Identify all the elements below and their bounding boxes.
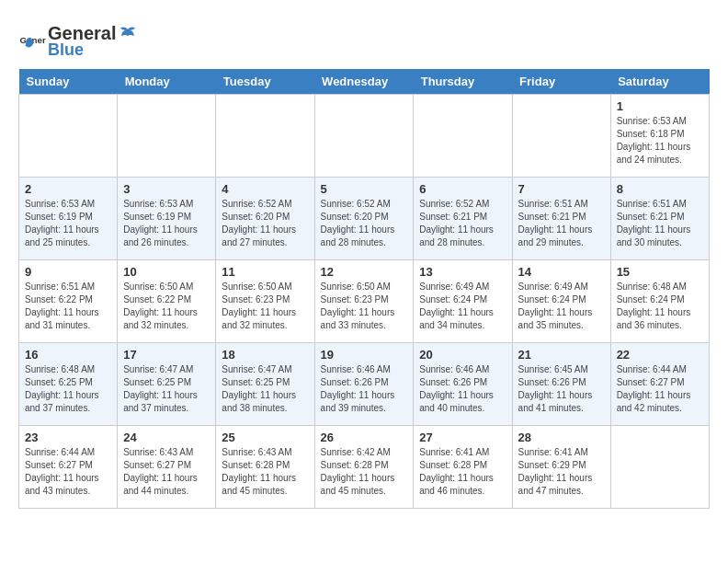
calendar-cell: [610, 426, 709, 509]
th-saturday: Saturday: [610, 69, 709, 95]
day-info: Sunrise: 6:50 AM Sunset: 6:22 PM Dayligh…: [123, 281, 210, 332]
day-number: 8: [617, 182, 703, 196]
day-number: 26: [321, 431, 408, 444]
day-info: Sunrise: 6:48 AM Sunset: 6:25 PM Dayligh…: [25, 363, 111, 415]
calendar-cell: 25Sunrise: 6:43 AM Sunset: 6:28 PM Dayli…: [216, 426, 314, 509]
day-number: 6: [419, 182, 506, 196]
day-info: Sunrise: 6:41 AM Sunset: 6:28 PM Dayligh…: [419, 446, 506, 498]
day-info: Sunrise: 6:53 AM Sunset: 6:18 PM Dayligh…: [617, 115, 703, 167]
calendar-cell: 14Sunrise: 6:49 AM Sunset: 6:24 PM Dayli…: [512, 260, 610, 343]
header-row: Sunday Monday Tuesday Wednesday Thursday…: [19, 69, 710, 95]
day-info: Sunrise: 6:51 AM Sunset: 6:21 PM Dayligh…: [518, 198, 605, 249]
day-info: Sunrise: 6:42 AM Sunset: 6:28 PM Dayligh…: [321, 446, 408, 498]
day-info: Sunrise: 6:53 AM Sunset: 6:19 PM Dayligh…: [25, 198, 111, 249]
day-info: Sunrise: 6:52 AM Sunset: 6:21 PM Dayligh…: [419, 198, 506, 249]
day-number: 16: [25, 348, 111, 362]
calendar-cell: 27Sunrise: 6:41 AM Sunset: 6:28 PM Dayli…: [414, 426, 512, 509]
calendar-cell: 22Sunrise: 6:44 AM Sunset: 6:27 PM Dayli…: [610, 343, 709, 426]
day-info: Sunrise: 6:43 AM Sunset: 6:28 PM Dayligh…: [222, 446, 308, 498]
calendar-cell: [512, 95, 610, 178]
day-number: 13: [419, 265, 506, 279]
calendar-cell: 24Sunrise: 6:43 AM Sunset: 6:27 PM Dayli…: [118, 426, 216, 509]
th-friday: Friday: [512, 69, 610, 95]
logo-bird-icon: [118, 24, 138, 44]
calendar-cell: 9Sunrise: 6:51 AM Sunset: 6:22 PM Daylig…: [19, 260, 118, 343]
calendar-cell: 18Sunrise: 6:47 AM Sunset: 6:25 PM Dayli…: [216, 343, 314, 426]
header: General General Blue: [18, 18, 710, 60]
calendar-cell: 5Sunrise: 6:52 AM Sunset: 6:20 PM Daylig…: [314, 178, 414, 260]
calendar-cell: 3Sunrise: 6:53 AM Sunset: 6:19 PM Daylig…: [118, 178, 216, 260]
calendar-cell: 1Sunrise: 6:53 AM Sunset: 6:18 PM Daylig…: [610, 95, 709, 178]
calendar-cell: 15Sunrise: 6:48 AM Sunset: 6:24 PM Dayli…: [610, 260, 709, 343]
day-info: Sunrise: 6:46 AM Sunset: 6:26 PM Dayligh…: [419, 363, 506, 415]
calendar-cell: [19, 95, 118, 178]
calendar-cell: 2Sunrise: 6:53 AM Sunset: 6:19 PM Daylig…: [19, 178, 118, 260]
calendar-week-row: 23Sunrise: 6:44 AM Sunset: 6:27 PM Dayli…: [19, 426, 710, 509]
logo: General General Blue: [18, 23, 138, 60]
day-number: 7: [518, 182, 605, 196]
calendar-week-row: 2Sunrise: 6:53 AM Sunset: 6:19 PM Daylig…: [19, 178, 710, 260]
calendar-week-row: 16Sunrise: 6:48 AM Sunset: 6:25 PM Dayli…: [19, 343, 710, 426]
calendar-cell: 4Sunrise: 6:52 AM Sunset: 6:20 PM Daylig…: [216, 178, 314, 260]
calendar-cell: 8Sunrise: 6:51 AM Sunset: 6:21 PM Daylig…: [610, 178, 709, 260]
th-tuesday: Tuesday: [216, 69, 314, 95]
calendar-cell: [216, 95, 314, 178]
calendar-cell: 16Sunrise: 6:48 AM Sunset: 6:25 PM Dayli…: [19, 343, 118, 426]
day-info: Sunrise: 6:49 AM Sunset: 6:24 PM Dayligh…: [419, 281, 506, 332]
day-number: 15: [617, 265, 703, 279]
day-info: Sunrise: 6:46 AM Sunset: 6:26 PM Dayligh…: [321, 363, 408, 415]
calendar-cell: 6Sunrise: 6:52 AM Sunset: 6:21 PM Daylig…: [414, 178, 512, 260]
day-info: Sunrise: 6:50 AM Sunset: 6:23 PM Dayligh…: [222, 281, 308, 332]
day-number: 14: [518, 265, 605, 279]
day-info: Sunrise: 6:52 AM Sunset: 6:20 PM Dayligh…: [222, 198, 308, 249]
calendar-cell: 21Sunrise: 6:45 AM Sunset: 6:26 PM Dayli…: [512, 343, 610, 426]
day-info: Sunrise: 6:51 AM Sunset: 6:21 PM Dayligh…: [617, 198, 703, 249]
day-info: Sunrise: 6:47 AM Sunset: 6:25 PM Dayligh…: [123, 363, 210, 415]
day-info: Sunrise: 6:44 AM Sunset: 6:27 PM Dayligh…: [617, 363, 703, 415]
day-number: 22: [617, 348, 703, 362]
day-number: 12: [321, 265, 408, 279]
day-number: 21: [518, 348, 605, 362]
day-number: 1: [617, 99, 703, 113]
th-thursday: Thursday: [414, 69, 512, 95]
day-number: 9: [25, 265, 111, 279]
calendar-cell: 28Sunrise: 6:41 AM Sunset: 6:29 PM Dayli…: [512, 426, 610, 509]
calendar-cell: [414, 95, 512, 178]
calendar-week-row: 9Sunrise: 6:51 AM Sunset: 6:22 PM Daylig…: [19, 260, 710, 343]
day-info: Sunrise: 6:52 AM Sunset: 6:20 PM Dayligh…: [321, 198, 408, 249]
calendar-cell: 7Sunrise: 6:51 AM Sunset: 6:21 PM Daylig…: [512, 178, 610, 260]
day-number: 10: [123, 265, 210, 279]
day-info: Sunrise: 6:50 AM Sunset: 6:23 PM Dayligh…: [321, 281, 408, 332]
day-number: 5: [321, 182, 408, 196]
day-number: 17: [123, 348, 210, 362]
day-info: Sunrise: 6:49 AM Sunset: 6:24 PM Dayligh…: [518, 281, 605, 332]
th-sunday: Sunday: [19, 69, 118, 95]
calendar-cell: 10Sunrise: 6:50 AM Sunset: 6:22 PM Dayli…: [118, 260, 216, 343]
calendar-cell: 23Sunrise: 6:44 AM Sunset: 6:27 PM Dayli…: [19, 426, 118, 509]
day-number: 4: [222, 182, 308, 196]
calendar-cell: 26Sunrise: 6:42 AM Sunset: 6:28 PM Dayli…: [314, 426, 414, 509]
calendar-cell: 11Sunrise: 6:50 AM Sunset: 6:23 PM Dayli…: [216, 260, 314, 343]
day-number: 24: [123, 431, 210, 444]
day-number: 11: [222, 265, 308, 279]
day-info: Sunrise: 6:45 AM Sunset: 6:26 PM Dayligh…: [518, 363, 605, 415]
day-info: Sunrise: 6:51 AM Sunset: 6:22 PM Dayligh…: [25, 281, 111, 332]
day-number: 19: [321, 348, 408, 362]
day-number: 2: [25, 182, 111, 196]
day-number: 3: [123, 182, 210, 196]
day-number: 25: [222, 431, 308, 444]
th-wednesday: Wednesday: [314, 69, 414, 95]
day-info: Sunrise: 6:47 AM Sunset: 6:25 PM Dayligh…: [222, 363, 308, 415]
calendar-cell: 20Sunrise: 6:46 AM Sunset: 6:26 PM Dayli…: [414, 343, 512, 426]
day-info: Sunrise: 6:48 AM Sunset: 6:24 PM Dayligh…: [617, 281, 703, 332]
day-info: Sunrise: 6:44 AM Sunset: 6:27 PM Dayligh…: [25, 446, 111, 498]
day-number: 28: [518, 431, 605, 444]
day-info: Sunrise: 6:41 AM Sunset: 6:29 PM Dayligh…: [518, 446, 605, 498]
day-number: 18: [222, 348, 308, 362]
calendar-table: Sunday Monday Tuesday Wednesday Thursday…: [18, 69, 710, 509]
day-info: Sunrise: 6:43 AM Sunset: 6:27 PM Dayligh…: [123, 446, 210, 498]
calendar-cell: 19Sunrise: 6:46 AM Sunset: 6:26 PM Dayli…: [314, 343, 414, 426]
th-monday: Monday: [118, 69, 216, 95]
calendar-cell: [118, 95, 216, 178]
calendar-cell: 17Sunrise: 6:47 AM Sunset: 6:25 PM Dayli…: [118, 343, 216, 426]
